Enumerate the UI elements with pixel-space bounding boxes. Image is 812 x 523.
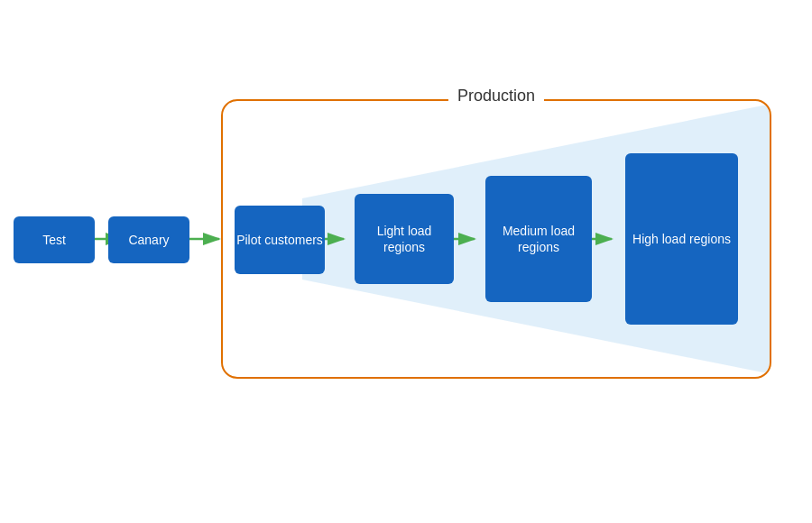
canary-box: Canary [108, 216, 189, 263]
production-label: Production [448, 87, 544, 106]
arrow-canary-pilot [203, 233, 221, 245]
light-load-box: Light load regions [355, 194, 454, 284]
medium-load-box: Medium load regions [485, 176, 592, 302]
test-box: Test [14, 216, 95, 263]
diagram-canvas: Production Test Canary Pilot customers L… [0, 0, 812, 523]
pilot-box: Pilot customers [235, 206, 325, 274]
high-load-box: High load regions [625, 153, 738, 325]
